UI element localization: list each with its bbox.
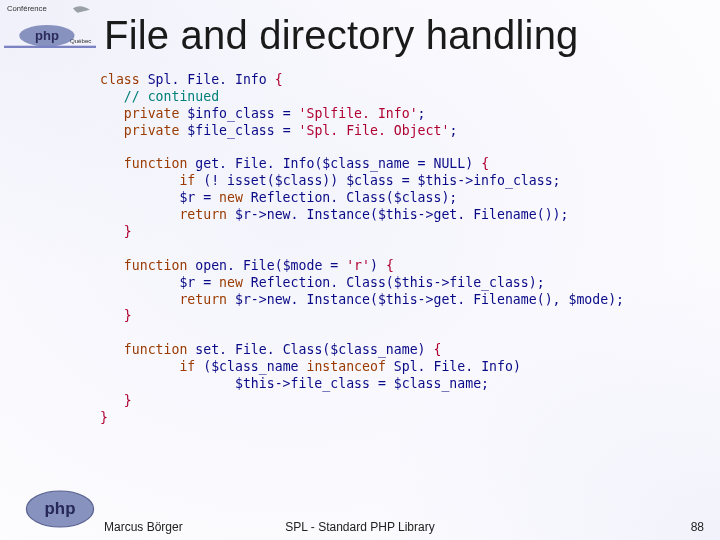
code-token-kw: if bbox=[179, 173, 203, 188]
code-token-kw: function bbox=[124, 156, 195, 171]
svg-text:Conférence: Conférence bbox=[7, 4, 47, 13]
code-token-kw: private bbox=[124, 106, 188, 121]
code-token-id bbox=[100, 292, 179, 307]
code-token-br: } bbox=[100, 410, 108, 425]
code-token-str: 'r' bbox=[346, 258, 370, 273]
svg-text:php: php bbox=[35, 28, 59, 43]
code-token-str: 'Splfile. Info' bbox=[299, 106, 418, 121]
footer-page-number: 88 bbox=[691, 520, 704, 534]
code-token-id: ) bbox=[370, 258, 386, 273]
code-token-id bbox=[100, 359, 179, 374]
code-token-id: $r = bbox=[100, 275, 219, 290]
code-token-id: open. File($mode = bbox=[195, 258, 346, 273]
code-token-id bbox=[100, 224, 124, 239]
code-token-br: } bbox=[124, 393, 132, 408]
code-token-id: Reflection. Class($this->file_class); bbox=[251, 275, 545, 290]
code-token-id: $r->new. Instance($this->get. Filename()… bbox=[235, 207, 568, 222]
code-listing: class Spl. File. Info { // continued pri… bbox=[100, 72, 696, 512]
code-token-kw: new bbox=[219, 190, 251, 205]
svg-rect-5 bbox=[4, 46, 96, 48]
code-token-id: $r->new. Instance($this->get. Filename()… bbox=[235, 292, 624, 307]
code-token-id bbox=[100, 207, 179, 222]
code-token-id bbox=[100, 342, 124, 357]
code-token-kw: function bbox=[124, 342, 195, 357]
code-token-id: (! isset($class)) $class = $this->info_c… bbox=[203, 173, 560, 188]
slide-title: File and directory handling bbox=[104, 14, 708, 56]
code-token-id: $this->file_class = $class_name; bbox=[100, 376, 489, 391]
code-token-id: ; bbox=[418, 106, 426, 121]
code-token-id: Spl. File. Info) bbox=[394, 359, 521, 374]
code-token-id: ; bbox=[449, 123, 457, 138]
slide: php Conférence Québec php File and direc… bbox=[0, 0, 720, 540]
code-token-br: { bbox=[275, 72, 283, 87]
code-token-br: } bbox=[124, 308, 132, 323]
code-token-id: get. File. Info($class_name = NULL) bbox=[195, 156, 481, 171]
code-token-id bbox=[100, 106, 124, 121]
code-token-id bbox=[100, 173, 179, 188]
code-token-kw: new bbox=[219, 275, 251, 290]
code-token-kw: function bbox=[124, 258, 195, 273]
code-token-kw: class bbox=[100, 72, 148, 87]
code-token-br: } bbox=[124, 224, 132, 239]
code-token-kw: private bbox=[124, 123, 188, 138]
code-token-id: Spl. File. Info bbox=[148, 72, 275, 87]
code-token-id: $file_class = bbox=[187, 123, 298, 138]
code-token-br: { bbox=[481, 156, 489, 171]
svg-text:php: php bbox=[45, 499, 76, 518]
code-token-kw: if bbox=[179, 359, 203, 374]
code-token-br: { bbox=[433, 342, 441, 357]
code-token-kw: return bbox=[179, 207, 235, 222]
code-token-id bbox=[100, 89, 124, 104]
code-token-kw: instanceof bbox=[306, 359, 393, 374]
code-token-str: 'Spl. File. Object' bbox=[299, 123, 450, 138]
code-token-id: Reflection. Class($class); bbox=[251, 190, 457, 205]
code-token-com: // continued bbox=[124, 89, 219, 104]
code-token-id bbox=[100, 393, 124, 408]
conference-php-quebec-logo: php Conférence Québec bbox=[4, 2, 96, 50]
code-token-id bbox=[100, 156, 124, 171]
code-token-id: set. File. Class($class_name) bbox=[195, 342, 433, 357]
code-token-id bbox=[100, 123, 124, 138]
code-token-kw: return bbox=[179, 292, 235, 307]
code-token-id bbox=[100, 258, 124, 273]
code-token-id bbox=[100, 308, 124, 323]
code-token-br: { bbox=[386, 258, 394, 273]
code-token-id: ($class_name bbox=[203, 359, 306, 374]
code-token-id: $r = bbox=[100, 190, 219, 205]
svg-text:Québec: Québec bbox=[70, 37, 91, 44]
footer-title: SPL - Standard PHP Library bbox=[0, 520, 720, 534]
code-token-id: $info_class = bbox=[187, 106, 298, 121]
